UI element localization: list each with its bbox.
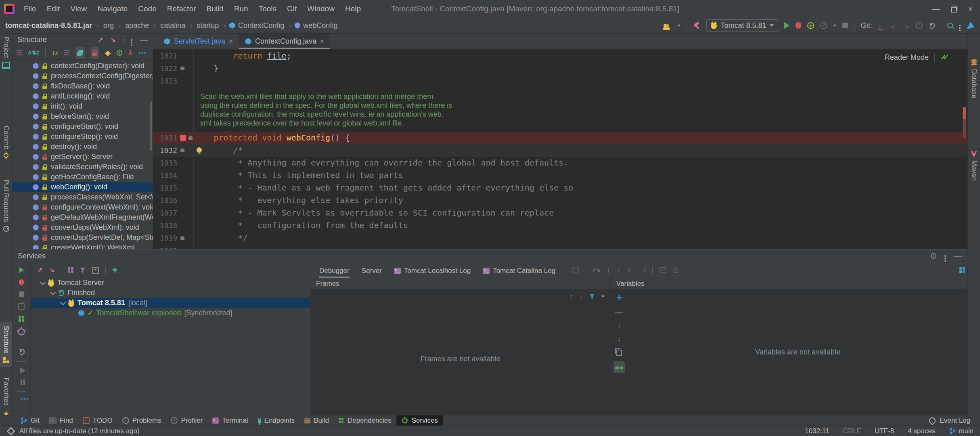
float-mode-icon[interactable] bbox=[931, 253, 936, 259]
play-icon[interactable] bbox=[19, 267, 24, 273]
more-icon[interactable] bbox=[138, 52, 140, 54]
sidebar-item-favorites[interactable]: Favorites ★ bbox=[0, 377, 12, 418]
editor-body[interactable]: 1021 return file; 1022 } 1023 Scan the w… bbox=[153, 50, 967, 249]
menu-navigate[interactable]: Navigate bbox=[92, 4, 133, 13]
update-project-icon[interactable]: ↓ bbox=[878, 22, 882, 29]
refresh-icon[interactable] bbox=[19, 349, 25, 355]
line-number[interactable]: 1031 bbox=[153, 132, 180, 144]
line-number[interactable]: 1021 bbox=[153, 50, 180, 62]
toolbar-item-find[interactable]: Find bbox=[44, 415, 78, 426]
step-out-icon[interactable]: ↑ bbox=[627, 267, 631, 274]
space-icon[interactable] bbox=[967, 22, 974, 29]
line-number[interactable]: 1032 bbox=[153, 144, 180, 157]
reader-mode-indicator[interactable]: Reader Mode ✓✓ bbox=[885, 53, 949, 62]
sort-alpha-icon[interactable]: A⇅Z bbox=[28, 50, 39, 56]
chevron-down-icon[interactable] bbox=[677, 25, 681, 27]
structure-item[interactable]: init(): void bbox=[13, 101, 153, 111]
structure-item[interactable]: processContextConfig(Digester, U bbox=[13, 71, 153, 81]
vcs-status[interactable]: All files are up-to-date (12 minutes ago… bbox=[6, 427, 140, 435]
structure-item[interactable]: configureContext(WebXml): void bbox=[13, 202, 153, 212]
restore-icon[interactable] bbox=[951, 7, 957, 13]
show-execution-point-icon[interactable] bbox=[572, 267, 579, 273]
resume-icon[interactable] bbox=[21, 368, 25, 373]
tree-row-server-selected[interactable]: Tomcat 8.5.81 [local] bbox=[31, 298, 310, 308]
move-down-icon[interactable]: ↓ bbox=[618, 335, 621, 342]
tab-servlettest[interactable]: ServletTest.java × bbox=[158, 34, 239, 49]
code-line[interactable]: 1037 * - Mark Servlets as overridable so… bbox=[153, 207, 967, 219]
tab-debugger[interactable]: Debugger bbox=[319, 262, 350, 278]
breadcrumb-method[interactable]: webConfig bbox=[302, 21, 339, 30]
code-line-caret[interactable]: 1032 /* bbox=[153, 144, 967, 157]
tab-contextconfig[interactable]: ContextConfig.java × bbox=[239, 34, 330, 49]
toolbar-item-services[interactable]: Services bbox=[396, 415, 443, 426]
sidebar-item-project[interactable]: Project bbox=[0, 37, 12, 68]
options-icon[interactable] bbox=[131, 39, 132, 41]
tab-catalina-log[interactable]: Tomcat Catalina Log bbox=[483, 262, 555, 278]
toolbar-item-problems[interactable]: Problems bbox=[117, 415, 166, 426]
structure-item[interactable]: getServer(): Server bbox=[13, 152, 153, 162]
code-line[interactable]: 1039 */ bbox=[153, 232, 967, 244]
code-line[interactable]: 1021 return file; bbox=[153, 50, 967, 62]
options-icon[interactable] bbox=[944, 255, 946, 257]
indent-selector[interactable]: 4 spaces bbox=[908, 427, 935, 435]
collapse-all-icon[interactable]: ↘ bbox=[49, 267, 54, 273]
add-to-dashboard-icon[interactable] bbox=[92, 267, 99, 274]
tree-row-status[interactable]: Finished bbox=[31, 288, 310, 298]
code-line[interactable]: 1038 * configuration from the defaults bbox=[153, 219, 967, 232]
sort-icon[interactable] bbox=[17, 50, 22, 51]
filter-icon[interactable] bbox=[589, 294, 595, 299]
collapse-all-icon[interactable]: ↘ bbox=[111, 37, 116, 43]
add-icon[interactable]: + bbox=[616, 293, 622, 302]
code-line[interactable]: 1034 * This is implemented in two parts bbox=[153, 169, 967, 182]
structure-item[interactable]: getHostConfigBase(): File bbox=[13, 172, 153, 182]
line-number[interactable]: 1040 bbox=[153, 244, 180, 249]
chevron-down-icon[interactable] bbox=[60, 299, 66, 305]
chevron-down-icon[interactable] bbox=[50, 289, 56, 295]
profiler-icon[interactable] bbox=[820, 22, 827, 29]
history-icon[interactable] bbox=[916, 22, 923, 29]
diamond-icon[interactable]: ◆ bbox=[105, 49, 111, 57]
sidebar-item-structure[interactable]: Structure bbox=[0, 322, 12, 367]
line-number[interactable]: 1035 bbox=[153, 182, 180, 194]
build-hammer-icon[interactable] bbox=[693, 22, 700, 29]
chevron-down-icon[interactable] bbox=[601, 296, 605, 298]
toolbar-item-git[interactable]: Git bbox=[15, 415, 44, 426]
menu-help[interactable]: Help bbox=[340, 4, 366, 13]
code-line[interactable]: 1035 * - Handle as a web fragment that g… bbox=[153, 182, 967, 194]
structure-item[interactable]: convertJsp(ServletDef, Map<Stri bbox=[13, 233, 153, 243]
run-configuration-select[interactable]: Tomcat 8.5.81 bbox=[706, 19, 778, 32]
settings-gear-icon[interactable] bbox=[18, 328, 25, 335]
toolbar-item-endpoints[interactable]: Endpoints bbox=[253, 415, 300, 426]
rollback-icon[interactable] bbox=[929, 23, 935, 29]
step-over-icon[interactable] bbox=[593, 268, 600, 272]
debug-icon[interactable] bbox=[19, 279, 24, 285]
line-number[interactable]: 1034 bbox=[153, 169, 180, 182]
show-list-icon[interactable] bbox=[64, 50, 69, 51]
lambda-icon[interactable]: λ bbox=[128, 49, 132, 57]
sidebar-item-pull-requests[interactable]: Pull Requests bbox=[0, 180, 12, 232]
menu-window[interactable]: Window bbox=[302, 4, 340, 13]
close-icon[interactable]: × bbox=[229, 38, 233, 46]
watches-toggle[interactable] bbox=[614, 361, 625, 373]
force-step-into-icon[interactable]: ↓ bbox=[617, 267, 621, 274]
menu-build[interactable]: Build bbox=[201, 4, 229, 13]
structure-item[interactable]: configureStop(): void bbox=[13, 132, 153, 142]
code-line[interactable]: 1036 * everything else takes priority bbox=[153, 194, 967, 207]
lightbulb-icon[interactable] bbox=[197, 147, 202, 153]
code-line[interactable]: 1023 bbox=[153, 75, 967, 87]
move-up-icon[interactable]: ↑ bbox=[570, 293, 573, 300]
menu-view[interactable]: View bbox=[65, 4, 92, 13]
structure-item[interactable]: beforeStart(): void bbox=[13, 111, 153, 122]
event-log-button[interactable]: Event Log bbox=[929, 417, 980, 425]
structure-item[interactable]: processClasses(WebXml, Set<We bbox=[13, 192, 153, 202]
visibility-toggle[interactable] bbox=[91, 47, 99, 59]
minimize-icon[interactable]: — bbox=[932, 5, 940, 13]
structure-item[interactable]: getDefaultWebXmlFragment(We bbox=[13, 212, 153, 222]
chevron-down-icon[interactable] bbox=[40, 279, 46, 285]
line-number[interactable]: 1036 bbox=[153, 194, 180, 207]
search-icon[interactable] bbox=[947, 23, 953, 28]
step-into-icon[interactable]: ↓ bbox=[607, 267, 610, 274]
tab-localhost-log[interactable]: Tomcat Localhost Log bbox=[394, 262, 471, 278]
line-number[interactable]: 1033 bbox=[153, 157, 180, 169]
chevron-down-icon[interactable] bbox=[833, 25, 836, 27]
